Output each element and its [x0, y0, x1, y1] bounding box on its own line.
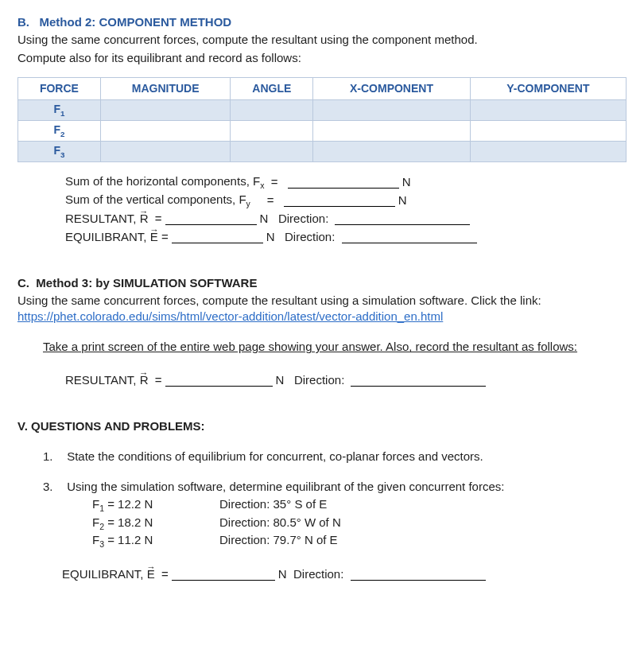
section-b-heading: B. Method 2: COMPONENT METHOD	[17, 14, 627, 30]
phet-link[interactable]: https://phet.colorado.edu/sims/html/vect…	[17, 309, 443, 323]
table-row: F1	[18, 99, 627, 120]
section-b-intro2: Compute also for its equilibrant and rec…	[17, 50, 627, 66]
cell	[231, 99, 313, 120]
cell	[470, 120, 626, 141]
cell	[313, 141, 471, 161]
equals-sign: =	[267, 193, 274, 207]
q1-text: State the conditions of equilibrium for …	[67, 449, 483, 463]
blank-input[interactable]	[351, 567, 486, 581]
q3-num: 3.	[43, 479, 64, 495]
cell	[100, 141, 231, 161]
force-table: FORCE MAGNITUDE ANGLE X-COMPONENT Y-COMP…	[17, 77, 627, 162]
table-row: F2	[18, 120, 627, 141]
cell	[470, 99, 626, 120]
blank-input[interactable]	[165, 212, 257, 225]
f3-dir: Direction: 79.7° N of E	[219, 532, 338, 550]
cell	[470, 141, 626, 161]
unit-n: N	[276, 372, 285, 388]
blank-input[interactable]	[172, 230, 263, 243]
dir-value: 80.5° W of N	[274, 515, 341, 529]
cell	[313, 99, 471, 120]
direction-label: Direction:	[293, 567, 343, 581]
question-3: 3. Using the simulation software, determ…	[17, 479, 627, 495]
f3-name: F3 = 11.2 N	[92, 532, 219, 550]
equilibrant-line: EQUILIBRANT, E = N Direction:	[65, 228, 627, 247]
section-c: C. Method 3: by SIMULATION SOFTWARE Usin…	[17, 275, 627, 390]
th-ycomponent: Y-COMPONENT	[470, 77, 626, 99]
blank-input[interactable]	[165, 373, 273, 387]
blank-input[interactable]	[172, 567, 275, 581]
direction-label: Direction:	[294, 373, 344, 387]
section-c-title: Method 3: by SIMULATION SOFTWARE	[36, 276, 257, 290]
resultant-label: RESULTANT,	[65, 212, 140, 225]
dir-value: 35° S of E	[274, 497, 328, 511]
f1-name: F1 = 12.2 N	[92, 496, 219, 514]
equilibrant-block-v: EQUILIBRANT, E = N Direction:	[17, 566, 627, 584]
unit-n: N	[260, 211, 269, 227]
equilibrant-line-v: EQUILIBRANT, E = N Direction:	[62, 566, 627, 584]
f2-name: F2 = 18.2 N	[92, 515, 219, 532]
unit-n: N	[402, 174, 411, 190]
section-b-title: Method 2: COMPONENT METHOD	[40, 15, 232, 29]
blank-input[interactable]	[284, 193, 395, 207]
resultant-line-c: RESULTANT, R = N Direction:	[65, 371, 627, 390]
force-row-1: F1 = 12.2 N Direction: 35° S of E	[92, 496, 627, 514]
row-label-f2: F2	[18, 120, 101, 141]
cell	[100, 99, 231, 120]
section-v: V. QUESTIONS AND PROBLEMS: 1. State the …	[17, 418, 627, 584]
blank-input[interactable]	[342, 230, 477, 243]
blank-input[interactable]	[351, 373, 486, 387]
th-magnitude: MAGNITUDE	[100, 77, 231, 99]
section-b-intro1: Using the same concurrent forces, comput…	[17, 32, 627, 48]
row-label-f1: F1	[18, 99, 101, 120]
table-row: F3	[18, 141, 627, 161]
section-c-instruction: Take a print screen of the entire web pa…	[17, 339, 627, 355]
vector-e: E	[147, 567, 155, 581]
sum-v-label: Sum of the vertical components, F	[65, 192, 246, 206]
direction-label: Direction:	[278, 212, 328, 225]
blank-input[interactable]	[335, 212, 470, 225]
section-v-title: V. QUESTIONS AND PROBLEMS:	[17, 418, 627, 434]
sum-vertical-line: Sum of the vertical components, Fy = N	[65, 192, 627, 210]
dir-label: Direction:	[219, 533, 270, 546]
cell	[313, 120, 471, 141]
f3-mag: = 11.2 N	[107, 533, 153, 546]
th-xcomponent: X-COMPONENT	[313, 77, 471, 99]
section-c-intro-text: Using the same concurrent forces, comput…	[17, 294, 541, 307]
q1-num: 1.	[43, 449, 64, 465]
equals-sign: =	[161, 230, 169, 243]
dir-value: 79.7° N of E	[274, 533, 338, 546]
cell	[100, 120, 231, 141]
row-label-f3: F3	[18, 141, 101, 161]
calc-block-c: RESULTANT, R = N Direction:	[17, 371, 627, 390]
sum-horizontal-line: Sum of the horizontal components, Fx = N	[65, 173, 627, 192]
equals-sign: =	[271, 175, 278, 189]
vector-r: R	[140, 212, 149, 225]
vector-e: E	[150, 230, 158, 243]
f2-dir: Direction: 80.5° W of N	[219, 515, 341, 532]
f1-dir: Direction: 35° S of E	[219, 496, 327, 514]
equals-sign: =	[155, 373, 162, 387]
blank-input[interactable]	[288, 175, 399, 189]
q3-text: Using the simulation software, determine…	[67, 480, 504, 493]
unit-n: N	[278, 566, 287, 582]
unit-n: N	[266, 229, 275, 245]
f2-mag: = 18.2 N	[107, 515, 153, 529]
unit-n: N	[398, 192, 407, 208]
calc-block-b: Sum of the horizontal components, Fx = N…	[17, 173, 627, 247]
direction-label: Direction:	[285, 230, 335, 243]
equilibrant-label: EQUILIBRANT,	[62, 567, 147, 581]
question-1: 1. State the conditions of equilibrium f…	[17, 449, 627, 465]
section-b-prefix: B.	[17, 15, 29, 29]
dir-label: Direction:	[219, 515, 270, 529]
vector-r: R	[140, 373, 149, 387]
equilibrant-label: EQUILIBRANT,	[65, 230, 150, 243]
sum-h-label: Sum of the horizontal components, F	[65, 174, 260, 188]
th-angle: ANGLE	[231, 77, 313, 99]
section-c-prefix: C.	[17, 276, 29, 290]
equals-sign: =	[161, 567, 169, 581]
f1-mag: = 12.2 N	[107, 497, 153, 511]
dir-label: Direction:	[219, 497, 270, 511]
force-row-2: F2 = 18.2 N Direction: 80.5° W of N	[92, 515, 627, 532]
resultant-label: RESULTANT,	[65, 373, 140, 387]
